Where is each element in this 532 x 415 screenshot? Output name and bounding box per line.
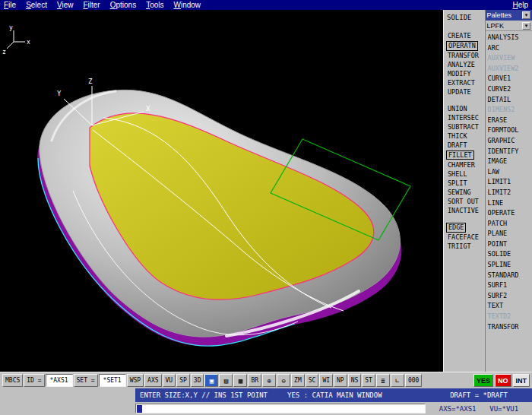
solide-item[interactable]: ANALYZE bbox=[446, 61, 477, 69]
vu-button[interactable]: VU bbox=[163, 374, 176, 387]
solide-item[interactable]: MODIFY bbox=[446, 70, 473, 78]
br-button[interactable]: BR bbox=[248, 374, 261, 387]
current-view-label: VU=*VU1 bbox=[489, 405, 518, 413]
solide-item[interactable]: SPLIT bbox=[446, 179, 469, 188]
palette-item[interactable]: GRAPHIC bbox=[488, 136, 532, 147]
palette-item[interactable]: ANALYSIS bbox=[488, 33, 532, 43]
axis-id-field[interactable]: *AXS1 bbox=[46, 374, 73, 387]
palette-item[interactable]: SOLIDE bbox=[488, 249, 532, 260]
solide-item[interactable]: INACTIVE bbox=[446, 207, 480, 215]
palette-item[interactable]: AUXVIEW bbox=[488, 53, 532, 64]
st-button[interactable]: ST bbox=[362, 374, 375, 387]
solide-item[interactable]: INTERSEC bbox=[446, 114, 480, 122]
ns-button[interactable]: NS bbox=[348, 374, 362, 387]
menu-item[interactable]: Filter bbox=[83, 1, 100, 9]
palette-item[interactable]: PLANE bbox=[488, 229, 532, 239]
solide-item[interactable]: CREATE bbox=[446, 32, 473, 40]
solide-item[interactable]: CHAMFER bbox=[446, 161, 477, 169]
palette-item[interactable]: ARC bbox=[488, 43, 532, 54]
solide-item[interactable]: TRANSFOR bbox=[446, 52, 480, 60]
palettes-title: Palettes bbox=[487, 11, 512, 19]
palettes-dropdown-icon[interactable]: ▾ bbox=[522, 11, 530, 19]
palette-item[interactable]: FORMTOOL bbox=[488, 125, 532, 136]
menu-item[interactable]: Window bbox=[174, 1, 201, 9]
palette-item[interactable]: OPERATE bbox=[488, 208, 532, 219]
palette-item[interactable]: SURF1 bbox=[488, 280, 532, 291]
menu-item[interactable]: Options bbox=[110, 1, 136, 9]
menu-item[interactable]: Select bbox=[26, 1, 47, 9]
solide-item[interactable]: EXTRACT bbox=[446, 79, 477, 87]
palette-item[interactable]: SURF2 bbox=[488, 291, 532, 302]
wi-button[interactable]: WI bbox=[319, 374, 333, 387]
sc-button[interactable]: SC bbox=[306, 374, 319, 387]
solide-item[interactable]: DRAFT bbox=[446, 141, 469, 150]
palette-item[interactable]: LIMIT1 bbox=[488, 177, 532, 188]
exit-screen-icon[interactable]: ▣ bbox=[204, 374, 218, 387]
palette-item[interactable]: DETAIL bbox=[488, 95, 532, 106]
palette-item[interactable]: ERASE bbox=[488, 116, 532, 126]
palette-item[interactable]: TEXT bbox=[488, 301, 532, 312]
id-button[interactable]: ID = bbox=[24, 374, 44, 387]
np-button[interactable]: NP bbox=[334, 374, 347, 387]
list-icon[interactable]: ≣ bbox=[376, 374, 390, 387]
zoom-out-icon[interactable]: ⊖ bbox=[277, 374, 290, 387]
wsp-button[interactable]: WSP bbox=[127, 374, 144, 387]
solide-item[interactable]: SORT OUT bbox=[446, 198, 480, 206]
palette-item[interactable]: CURVE1 bbox=[488, 74, 532, 84]
palette-selector-value: LPFK bbox=[487, 22, 505, 30]
no-button[interactable]: NO bbox=[495, 374, 511, 387]
palette-item[interactable]: AUXVIEW2 bbox=[488, 64, 532, 74]
panel-icon[interactable]: ▤ bbox=[219, 374, 233, 387]
mbcs-button[interactable]: MBCS bbox=[2, 374, 23, 387]
palette-item[interactable]: POINT bbox=[488, 239, 532, 250]
corner-icon[interactable]: ∟ bbox=[391, 374, 404, 387]
int-button[interactable]: INT bbox=[513, 374, 530, 387]
solide-item[interactable]: OPERATN bbox=[446, 41, 478, 51]
palette-item[interactable]: LAW bbox=[488, 167, 532, 178]
menu-item[interactable]: Tools bbox=[146, 1, 163, 9]
palette-item[interactable]: TRANSFOR bbox=[488, 322, 532, 333]
solide-item[interactable]: THICK bbox=[446, 132, 469, 141]
model-axis-label-y: Y bbox=[57, 90, 62, 97]
palette-item[interactable]: IMAGE bbox=[488, 157, 532, 167]
command-input[interactable] bbox=[135, 404, 426, 413]
menu-item[interactable]: File bbox=[4, 1, 16, 9]
grid-icon[interactable]: ▦ bbox=[233, 374, 247, 387]
viewport[interactable]: Z Y X y x z bbox=[0, 10, 443, 372]
palette-item[interactable]: LINE bbox=[488, 198, 532, 209]
counter-button[interactable]: 000 bbox=[405, 374, 422, 387]
set-button[interactable]: SET = bbox=[74, 374, 98, 387]
menu-item[interactable]: View bbox=[57, 1, 74, 9]
palette-item[interactable]: CURVE2 bbox=[488, 84, 532, 95]
solide-item[interactable]: SHELL bbox=[446, 170, 469, 179]
axs-button[interactable]: AXS bbox=[144, 374, 161, 387]
model-axis-label-x: X bbox=[146, 105, 150, 112]
solide-item[interactable]: TRIIGT bbox=[446, 242, 473, 251]
palette-selector[interactable]: LPFK ▾ bbox=[486, 21, 532, 31]
zm-button[interactable]: ZM bbox=[291, 374, 305, 387]
solide-item[interactable]: SEWING bbox=[446, 188, 473, 197]
viewport-canvas[interactable]: Z Y X y x z bbox=[0, 10, 443, 372]
set-id-field[interactable]: *SET1 bbox=[99, 374, 126, 387]
zoom-in-icon[interactable]: ⊕ bbox=[262, 374, 276, 387]
palette-item[interactable]: DIMENS2 bbox=[488, 105, 532, 116]
palette-item[interactable]: SPLINE bbox=[488, 260, 532, 271]
palette-item[interactable]: PATCH bbox=[488, 219, 532, 230]
solide-item[interactable]: FACEFACE bbox=[446, 233, 480, 242]
palette-selector-dropdown-icon[interactable]: ▾ bbox=[522, 22, 530, 30]
palette-item[interactable]: STANDARD bbox=[488, 271, 532, 281]
sp-button[interactable]: SP bbox=[176, 374, 190, 387]
palette-item[interactable]: TEXTD2 bbox=[488, 312, 532, 322]
palette-item[interactable]: IDENTIFY bbox=[488, 147, 532, 157]
3d-button[interactable]: 3D bbox=[191, 374, 204, 387]
solide-item[interactable]: UPDATE bbox=[446, 88, 473, 97]
menu-item-help[interactable]: Help bbox=[512, 1, 528, 9]
palette-item[interactable]: LIMIT2 bbox=[488, 188, 532, 198]
solide-item[interactable]: FILLET bbox=[446, 150, 474, 160]
screen-axis-triad bbox=[7, 30, 25, 49]
yes-button[interactable]: YES bbox=[473, 374, 493, 387]
solide-item[interactable]: EDGE bbox=[446, 223, 466, 233]
input-caret bbox=[137, 405, 142, 413]
solide-item[interactable]: SUBTRACT bbox=[446, 123, 480, 131]
solide-item[interactable]: UNION bbox=[446, 105, 469, 113]
